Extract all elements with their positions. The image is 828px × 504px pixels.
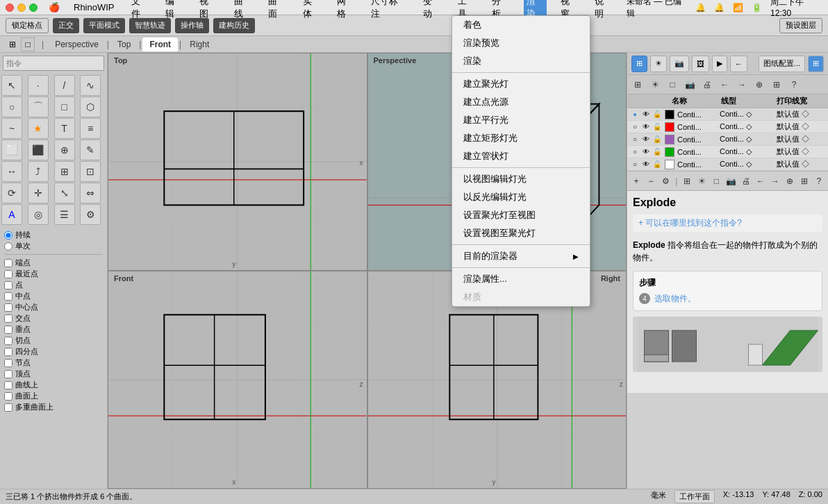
menu-item-pointlight[interactable]: 建立点光源 (452, 93, 590, 111)
help-icon-back[interactable]: ← (754, 174, 767, 189)
help-icon-print[interactable]: 🖨 (740, 174, 752, 189)
layer-row-2[interactable]: ○ 👁 🔓 Conti... Conti... ◇ 默认值 ◇ (627, 121, 828, 133)
snap-persist-radio[interactable] (4, 231, 13, 240)
menu-item-edit-light-reflect[interactable]: 以反光编辑灯光 (452, 188, 590, 206)
snap-on-curve[interactable]: 曲线上 (4, 380, 103, 390)
camera-tab-button[interactable]: 📷 (670, 56, 689, 72)
leader-tool[interactable]: ⤴ (28, 161, 49, 182)
layout-button[interactable]: 图纸配置... (759, 56, 805, 72)
mirror-tool[interactable]: ⇔ (80, 183, 101, 203)
polygon-tool[interactable]: ⬡ (80, 96, 101, 117)
help-icon-cam[interactable]: 📷 (725, 174, 738, 189)
freeform-tool[interactable]: ~ (1, 118, 22, 139)
menu-rhinowip[interactable]: RhinoWIP (71, 1, 117, 13)
preset-layers-button[interactable]: 预设图层 (779, 18, 822, 33)
menu-item-color[interactable]: 着色 (452, 16, 590, 34)
layers-tab-button[interactable]: ⊞ (631, 56, 647, 72)
help-icon-question[interactable]: ? (813, 174, 825, 189)
layer-color-5[interactable] (665, 160, 674, 169)
snap-center[interactable]: 中心点 (4, 302, 103, 312)
snap-midpoint-cb[interactable] (4, 292, 13, 301)
help-find-link[interactable]: + 可以在哪里找到这个指令? (633, 215, 822, 232)
snap-tangent[interactable]: 切点 (4, 335, 103, 346)
tab-right[interactable]: Right (183, 37, 216, 51)
layers-icon-6[interactable]: ← (717, 77, 732, 92)
menu-transform[interactable]: 变动 (420, 0, 443, 21)
menu-mesh[interactable]: 网格 (334, 0, 357, 21)
menu-item-set-view-to-light[interactable]: 设置视图至聚光灯 (452, 224, 590, 242)
menu-edit[interactable]: 编辑 (163, 0, 185, 21)
menu-help[interactable]: 说明 (592, 0, 615, 21)
viewport-grid-icon[interactable]: ⊞ (6, 37, 19, 51)
snap-quad[interactable]: 四分点 (4, 346, 103, 357)
arc-tool[interactable]: ⌒ (28, 96, 49, 117)
layers-icon-7[interactable]: → (734, 77, 750, 92)
render-tool[interactable]: ◎ (28, 204, 49, 225)
menu-item-spotlight[interactable]: 建立聚光灯 (452, 75, 590, 93)
help-icon-sun[interactable]: ☀ (695, 174, 708, 189)
layers-icon-3[interactable]: □ (665, 77, 680, 92)
line-tool[interactable]: / (54, 75, 75, 96)
arrow-tab-button[interactable]: ← (730, 56, 747, 72)
snap-knot[interactable]: 节点 (4, 358, 103, 368)
grid-tool[interactable]: ⊞ (54, 161, 75, 182)
snap-endpoint[interactable]: 端点 (4, 258, 103, 268)
layers-icon-9[interactable]: ⊞ (769, 77, 784, 92)
extrude-tool[interactable]: ⬛ (28, 140, 49, 160)
menu-item-set-light-to-view[interactable]: 设置聚光灯至视图 (452, 206, 590, 224)
snap-quad-cb[interactable] (4, 348, 13, 356)
analyze-tool[interactable]: A (1, 204, 22, 225)
maximize-button[interactable] (29, 3, 38, 12)
snap-near-cb[interactable] (4, 270, 13, 278)
ortho-button[interactable]: 正交 (53, 18, 79, 33)
help-minus-button[interactable]: − (645, 174, 657, 189)
snap-vertex-cb[interactable] (4, 370, 13, 378)
snap-on-curve-cb[interactable] (4, 381, 13, 389)
minimize-button[interactable] (17, 3, 26, 12)
close-button[interactable] (6, 3, 14, 12)
snap-endpoint-cb[interactable] (4, 259, 13, 267)
layer-color-2[interactable] (665, 122, 674, 132)
snap-perp-cb[interactable] (4, 326, 13, 334)
layers-icon-2[interactable]: ☀ (647, 77, 663, 92)
viewport-front[interactable]: Front x (108, 271, 367, 488)
snap-once[interactable]: 单次 (4, 241, 103, 251)
select-tool[interactable]: ↖ (1, 75, 22, 96)
render-tab-button[interactable]: ▶ (712, 56, 727, 72)
layer-row-3[interactable]: ○ 👁 🔓 Conti... Conti... ◇ 默认值 ◇ (627, 133, 828, 146)
sun-tab-button[interactable]: ☀ (650, 56, 667, 72)
snap-midpoint[interactable]: 中点 (4, 291, 103, 301)
snap-near[interactable]: 最近点 (4, 269, 103, 279)
menu-curve[interactable]: 曲线 (231, 0, 254, 21)
surface-tool[interactable]: ⬜ (1, 140, 22, 160)
layer-color-3[interactable] (665, 135, 674, 144)
move-tool[interactable]: ✛ (28, 183, 49, 203)
snap-vertex[interactable]: 顶点 (4, 369, 103, 379)
snap-on-surface-cb[interactable] (4, 392, 13, 401)
menu-item-dirlight[interactable]: 建立平行光 (452, 111, 590, 129)
help-gear-button[interactable]: ⚙ (659, 174, 672, 189)
layers-icon-10[interactable]: ? (786, 77, 802, 92)
hatch-tool[interactable]: ≡ (80, 118, 101, 139)
layers-icon-4[interactable]: 📷 (682, 77, 697, 92)
menu-item-edit-light-view[interactable]: 以视图编辑灯光 (452, 170, 590, 188)
tab-perspective[interactable]: Perspective (48, 37, 106, 51)
transform-tool[interactable]: ⟳ (1, 183, 22, 203)
layer-row-4[interactable]: ○ 👁 🔓 Conti... Conti... ◇ 默认值 ◇ (627, 146, 828, 158)
menu-item-rectlight[interactable]: 建立矩形灯光 (452, 129, 590, 147)
menu-item-render-preview[interactable]: 渲染预览 (452, 34, 590, 52)
menu-view[interactable]: 视图 (197, 0, 220, 21)
help-icon-layers[interactable]: ⊞ (681, 174, 693, 189)
circle-tool[interactable]: ○ (1, 96, 22, 117)
snap-on-polysurface-cb[interactable] (4, 403, 13, 412)
tab-top[interactable]: Top (110, 37, 138, 51)
snap-tool[interactable]: ⊡ (80, 161, 101, 182)
text-tool[interactable]: T (54, 118, 75, 139)
expand-button[interactable]: ⊞ (808, 56, 824, 72)
menu-dimension[interactable]: 尺寸标注 (368, 0, 409, 21)
flat-mode-button[interactable]: 平面模式 (83, 18, 125, 33)
snap-tangent-cb[interactable] (4, 337, 13, 345)
help-icon-grid[interactable]: ⊞ (798, 174, 811, 189)
menu-item-render[interactable]: 渲染 (452, 52, 590, 70)
settings-tool[interactable]: ⚙ (80, 204, 101, 225)
